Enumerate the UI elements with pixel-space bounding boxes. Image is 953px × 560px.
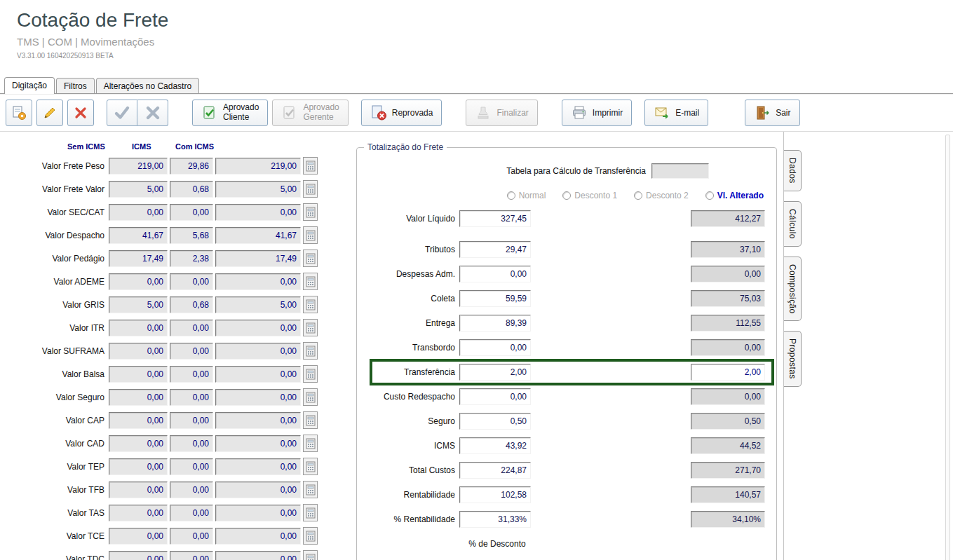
sem-icms-field[interactable]: 0,00 (109, 320, 168, 336)
com-icms-field[interactable]: 0,00 (215, 435, 301, 452)
total-value-2[interactable]: 34,10% (691, 511, 765, 528)
com-icms-field[interactable]: 5,00 (215, 181, 301, 198)
total-value-1[interactable]: 0,50 (459, 413, 531, 430)
tab-digitacao[interactable]: Digitação (4, 77, 55, 94)
calculator-button[interactable] (303, 411, 318, 429)
total-value-1[interactable]: 102,58 (459, 486, 531, 503)
email-button[interactable]: E-mail (644, 100, 708, 126)
sem-icms-field[interactable]: 219,00 (109, 158, 168, 175)
com-icms-field[interactable]: 0,00 (215, 320, 301, 336)
calculator-button[interactable] (303, 226, 318, 244)
icms-field[interactable]: 0,00 (170, 204, 213, 221)
total-value-2[interactable]: 75,03 (691, 290, 765, 307)
icms-field[interactable]: 0,00 (170, 412, 213, 429)
calculator-button[interactable] (303, 342, 318, 360)
icms-field[interactable]: 0,00 (170, 458, 213, 475)
sem-icms-field[interactable]: 0,00 (109, 482, 168, 498)
total-value-1[interactable]: 59,59 (459, 290, 531, 307)
total-value-1[interactable]: 327,45 (459, 210, 531, 227)
radio-normal[interactable]: Normal (507, 191, 546, 200)
calculator-button[interactable] (303, 504, 318, 521)
icms-field[interactable]: 0,00 (170, 389, 213, 406)
sem-icms-field[interactable]: 0,00 (109, 528, 168, 545)
icms-field[interactable]: 0,00 (170, 366, 213, 383)
com-icms-field[interactable]: 0,00 (215, 551, 301, 560)
sem-icms-field[interactable]: 0,00 (109, 435, 168, 452)
total-value-1[interactable]: 43,92 (459, 437, 531, 454)
icms-field[interactable]: 0,68 (170, 296, 213, 313)
total-value-1[interactable]: 0,00 (459, 339, 531, 356)
edit-button[interactable] (36, 100, 63, 126)
com-icms-field[interactable]: 5,00 (215, 296, 301, 313)
calculator-button[interactable] (303, 365, 318, 383)
com-icms-field[interactable]: 0,00 (215, 343, 301, 360)
icms-field[interactable]: 0,00 (170, 528, 213, 545)
icms-field[interactable]: 2,38 (170, 250, 213, 267)
com-icms-field[interactable]: 0,00 (215, 505, 301, 521)
total-value-2[interactable]: 0,50 (691, 413, 765, 430)
total-value-2[interactable]: 2,00 (691, 364, 765, 381)
calculator-button[interactable] (303, 203, 318, 221)
total-value-2[interactable]: 0,00 (691, 266, 765, 282)
reprovada-button[interactable]: Reprovada (361, 100, 442, 126)
finalizar-button[interactable]: Finalizar (466, 100, 537, 126)
sem-icms-field[interactable]: 0,00 (109, 551, 168, 560)
icms-field[interactable]: 0,00 (170, 505, 213, 521)
sem-icms-field[interactable]: 5,00 (109, 296, 168, 313)
sem-icms-field[interactable]: 41,67 (109, 227, 168, 244)
calculator-button[interactable] (303, 550, 318, 560)
total-value-1[interactable]: 31,33% (459, 511, 531, 528)
sem-icms-field[interactable]: 0,00 (109, 273, 168, 290)
com-icms-field[interactable]: 0,00 (215, 273, 301, 290)
sair-button[interactable]: Sair (745, 100, 799, 126)
total-value-1[interactable]: 89,39 (459, 315, 531, 332)
confirm-button[interactable] (107, 100, 137, 126)
calculator-button[interactable] (303, 388, 318, 406)
com-icms-field[interactable]: 0,00 (215, 204, 301, 221)
tab-alteracoes-no-cadastro[interactable]: Alterações no Cadastro (96, 78, 199, 93)
sem-icms-field[interactable]: 0,00 (109, 343, 168, 360)
calculator-button[interactable] (303, 296, 318, 313)
total-value-1[interactable]: 224,87 (459, 462, 531, 479)
com-icms-field[interactable]: 219,00 (215, 158, 301, 175)
com-icms-field[interactable]: 0,00 (215, 366, 301, 383)
com-icms-field[interactable]: 41,67 (215, 227, 301, 244)
total-value-1[interactable]: 0,00 (459, 388, 531, 405)
total-value-2[interactable]: 412,27 (691, 210, 765, 227)
icms-field[interactable]: 0,00 (170, 551, 213, 560)
side-tab-propostas[interactable]: Propostas (784, 331, 802, 387)
radio-desconto-1[interactable]: Desconto 1 (562, 191, 617, 200)
com-icms-field[interactable]: 17,49 (215, 250, 301, 267)
com-icms-field[interactable]: 0,00 (215, 458, 301, 475)
icms-field[interactable]: 0,00 (170, 273, 213, 290)
aprovado-gerente-button[interactable]: AprovadoGerente (272, 100, 348, 126)
tabela-transferencia-field[interactable] (651, 163, 709, 179)
icms-field[interactable]: 0,68 (170, 181, 213, 198)
radio-desconto-2[interactable]: Desconto 2 (634, 191, 689, 200)
total-value-1[interactable]: 0,00 (459, 266, 531, 282)
total-value-2[interactable]: 271,70 (691, 462, 765, 479)
total-value-2[interactable]: 44,52 (691, 437, 765, 454)
icms-field[interactable]: 0,00 (170, 343, 213, 360)
delete-button[interactable] (67, 100, 94, 126)
icms-field[interactable]: 0,00 (170, 320, 213, 336)
calculator-button[interactable] (303, 180, 318, 198)
total-value-2[interactable]: 140,57 (691, 486, 765, 503)
icms-field[interactable]: 0,00 (170, 435, 213, 452)
sem-icms-field[interactable]: 17,49 (109, 250, 168, 267)
sem-icms-field[interactable]: 0,00 (109, 204, 168, 221)
side-tab-dados[interactable]: Dados (784, 150, 802, 191)
tab-filtros[interactable]: Filtros (56, 78, 95, 93)
sem-icms-field[interactable]: 0,00 (109, 412, 168, 429)
sem-icms-field[interactable]: 5,00 (109, 181, 168, 198)
side-tab-calculo[interactable]: Cálculo (784, 201, 802, 247)
calculator-button[interactable] (303, 481, 318, 498)
icms-field[interactable]: 5,68 (170, 227, 213, 244)
icms-field[interactable]: 0,00 (170, 482, 213, 498)
side-tab-composicao[interactable]: Composição (784, 257, 802, 322)
radio-vl-alterado[interactable]: Vl. Alterado (705, 191, 764, 200)
cancel-button[interactable] (137, 100, 168, 126)
com-icms-field[interactable]: 0,00 (215, 389, 301, 406)
total-value-2[interactable]: 112,55 (691, 315, 765, 332)
total-value-1[interactable]: 29,47 (459, 241, 531, 258)
